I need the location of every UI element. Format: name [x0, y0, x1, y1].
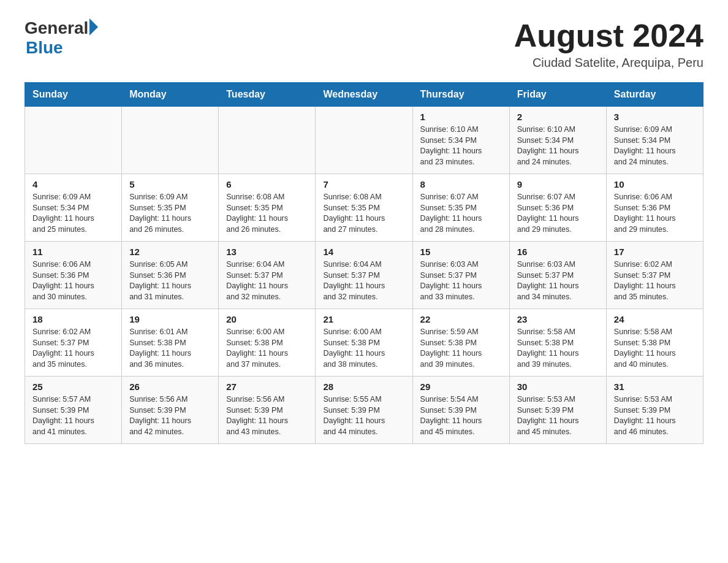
day-number: 28	[323, 381, 404, 392]
day-number: 23	[517, 314, 599, 324]
title-section: August 2024 Ciudad Satelite, Arequipa, P…	[514, 18, 703, 70]
calendar-cell: 22Sunrise: 5:59 AM Sunset: 5:38 PM Dayli…	[412, 309, 509, 377]
day-number: 5	[129, 179, 211, 190]
calendar-cell: 14Sunrise: 6:04 AM Sunset: 5:37 PM Dayli…	[316, 242, 412, 309]
day-number: 3	[614, 112, 696, 122]
calendar-cell: 24Sunrise: 5:58 AM Sunset: 5:38 PM Dayli…	[606, 309, 703, 377]
day-info: Sunrise: 5:53 AM Sunset: 5:39 PM Dayligh…	[614, 394, 696, 437]
day-number: 11	[32, 247, 114, 257]
day-number: 16	[517, 247, 599, 257]
day-info: Sunrise: 6:10 AM Sunset: 5:34 PM Dayligh…	[517, 124, 599, 167]
day-number: 31	[614, 381, 696, 392]
day-number: 25	[32, 381, 114, 392]
calendar-cell: 28Sunrise: 5:55 AM Sunset: 5:39 PM Dayli…	[316, 377, 412, 444]
calendar-cell: 20Sunrise: 6:00 AM Sunset: 5:38 PM Dayli…	[219, 309, 316, 377]
day-info: Sunrise: 6:09 AM Sunset: 5:34 PM Dayligh…	[32, 192, 114, 235]
calendar-cell: 5Sunrise: 6:09 AM Sunset: 5:35 PM Daylig…	[122, 174, 219, 242]
day-info: Sunrise: 5:54 AM Sunset: 5:39 PM Dayligh…	[420, 394, 502, 437]
calendar-cell: 16Sunrise: 6:03 AM Sunset: 5:37 PM Dayli…	[509, 242, 606, 309]
weekday-header-wednesday: Wednesday	[316, 83, 412, 107]
calendar-cell: 30Sunrise: 5:53 AM Sunset: 5:39 PM Dayli…	[509, 377, 606, 444]
calendar-cell	[122, 107, 219, 174]
calendar-cell: 26Sunrise: 5:56 AM Sunset: 5:39 PM Dayli…	[122, 377, 219, 444]
day-number: 18	[32, 314, 114, 324]
day-info: Sunrise: 6:00 AM Sunset: 5:38 PM Dayligh…	[323, 327, 404, 370]
day-info: Sunrise: 6:03 AM Sunset: 5:37 PM Dayligh…	[517, 259, 599, 302]
calendar-cell: 4Sunrise: 6:09 AM Sunset: 5:34 PM Daylig…	[25, 174, 122, 242]
calendar-cell: 8Sunrise: 6:07 AM Sunset: 5:35 PM Daylig…	[412, 174, 509, 242]
day-info: Sunrise: 5:58 AM Sunset: 5:38 PM Dayligh…	[614, 327, 696, 370]
logo-blue-text: Blue	[26, 38, 63, 58]
calendar-cell: 21Sunrise: 6:00 AM Sunset: 5:38 PM Dayli…	[316, 309, 412, 377]
calendar-cell: 31Sunrise: 5:53 AM Sunset: 5:39 PM Dayli…	[606, 377, 703, 444]
weekday-header-thursday: Thursday	[412, 83, 509, 107]
day-number: 27	[226, 381, 308, 392]
day-number: 24	[614, 314, 696, 324]
calendar-cell	[219, 107, 316, 174]
day-info: Sunrise: 6:06 AM Sunset: 5:36 PM Dayligh…	[32, 259, 114, 302]
calendar-week-row: 25Sunrise: 5:57 AM Sunset: 5:39 PM Dayli…	[25, 377, 703, 444]
calendar-cell	[25, 107, 122, 174]
day-number: 2	[517, 112, 599, 122]
day-number: 4	[32, 179, 114, 190]
calendar-cell: 7Sunrise: 6:08 AM Sunset: 5:35 PM Daylig…	[316, 174, 412, 242]
day-number: 9	[517, 179, 599, 190]
calendar-week-row: 18Sunrise: 6:02 AM Sunset: 5:37 PM Dayli…	[25, 309, 703, 377]
calendar-cell: 17Sunrise: 6:02 AM Sunset: 5:37 PM Dayli…	[606, 242, 703, 309]
calendar-cell: 25Sunrise: 5:57 AM Sunset: 5:39 PM Dayli…	[25, 377, 122, 444]
weekday-header-monday: Monday	[122, 83, 219, 107]
day-info: Sunrise: 6:10 AM Sunset: 5:34 PM Dayligh…	[420, 124, 502, 167]
day-number: 20	[226, 314, 308, 324]
page-header: General Blue August 2024 Ciudad Satelite…	[25, 18, 703, 70]
day-number: 21	[323, 314, 404, 324]
day-info: Sunrise: 6:00 AM Sunset: 5:38 PM Dayligh…	[226, 327, 308, 370]
day-info: Sunrise: 6:07 AM Sunset: 5:35 PM Dayligh…	[420, 192, 502, 235]
day-info: Sunrise: 6:02 AM Sunset: 5:37 PM Dayligh…	[614, 259, 696, 302]
day-info: Sunrise: 6:09 AM Sunset: 5:35 PM Dayligh…	[129, 192, 211, 235]
day-info: Sunrise: 6:09 AM Sunset: 5:34 PM Dayligh…	[614, 124, 696, 167]
day-info: Sunrise: 5:58 AM Sunset: 5:38 PM Dayligh…	[517, 327, 599, 370]
weekday-header-row: SundayMondayTuesdayWednesdayThursdayFrid…	[25, 83, 703, 107]
day-number: 22	[420, 314, 502, 324]
calendar-cell: 29Sunrise: 5:54 AM Sunset: 5:39 PM Dayli…	[412, 377, 509, 444]
calendar-cell: 15Sunrise: 6:03 AM Sunset: 5:37 PM Dayli…	[412, 242, 509, 309]
weekday-header-friday: Friday	[509, 83, 606, 107]
day-number: 8	[420, 179, 502, 190]
day-number: 30	[517, 381, 599, 392]
page-subtitle: Ciudad Satelite, Arequipa, Peru	[514, 56, 703, 70]
calendar-cell: 23Sunrise: 5:58 AM Sunset: 5:38 PM Dayli…	[509, 309, 606, 377]
logo-general-text: General	[25, 18, 88, 38]
day-number: 26	[129, 381, 211, 392]
day-number: 14	[323, 247, 404, 257]
calendar-cell: 11Sunrise: 6:06 AM Sunset: 5:36 PM Dayli…	[25, 242, 122, 309]
calendar-cell: 2Sunrise: 6:10 AM Sunset: 5:34 PM Daylig…	[509, 107, 606, 174]
day-info: Sunrise: 6:06 AM Sunset: 5:36 PM Dayligh…	[614, 192, 696, 235]
day-number: 6	[226, 179, 308, 190]
calendar-cell: 19Sunrise: 6:01 AM Sunset: 5:38 PM Dayli…	[122, 309, 219, 377]
calendar-cell: 18Sunrise: 6:02 AM Sunset: 5:37 PM Dayli…	[25, 309, 122, 377]
calendar-table: SundayMondayTuesdayWednesdayThursdayFrid…	[25, 82, 703, 444]
day-number: 19	[129, 314, 211, 324]
calendar-cell: 1Sunrise: 6:10 AM Sunset: 5:34 PM Daylig…	[412, 107, 509, 174]
day-number: 7	[323, 179, 404, 190]
day-info: Sunrise: 6:08 AM Sunset: 5:35 PM Dayligh…	[226, 192, 308, 235]
day-number: 12	[129, 247, 211, 257]
day-info: Sunrise: 6:04 AM Sunset: 5:37 PM Dayligh…	[323, 259, 404, 302]
day-info: Sunrise: 5:57 AM Sunset: 5:39 PM Dayligh…	[32, 394, 114, 437]
logo: General Blue	[25, 18, 98, 58]
logo-arrow-icon	[89, 18, 98, 36]
day-number: 15	[420, 247, 502, 257]
day-info: Sunrise: 5:56 AM Sunset: 5:39 PM Dayligh…	[226, 394, 308, 437]
day-info: Sunrise: 6:08 AM Sunset: 5:35 PM Dayligh…	[323, 192, 404, 235]
day-info: Sunrise: 5:55 AM Sunset: 5:39 PM Dayligh…	[323, 394, 404, 437]
day-info: Sunrise: 6:04 AM Sunset: 5:37 PM Dayligh…	[226, 259, 308, 302]
day-number: 1	[420, 112, 502, 122]
day-info: Sunrise: 6:01 AM Sunset: 5:38 PM Dayligh…	[129, 327, 211, 370]
calendar-week-row: 1Sunrise: 6:10 AM Sunset: 5:34 PM Daylig…	[25, 107, 703, 174]
weekday-header-sunday: Sunday	[25, 83, 122, 107]
day-number: 10	[614, 179, 696, 190]
day-info: Sunrise: 6:05 AM Sunset: 5:36 PM Dayligh…	[129, 259, 211, 302]
calendar-week-row: 4Sunrise: 6:09 AM Sunset: 5:34 PM Daylig…	[25, 174, 703, 242]
calendar-cell: 6Sunrise: 6:08 AM Sunset: 5:35 PM Daylig…	[219, 174, 316, 242]
day-info: Sunrise: 6:07 AM Sunset: 5:36 PM Dayligh…	[517, 192, 599, 235]
